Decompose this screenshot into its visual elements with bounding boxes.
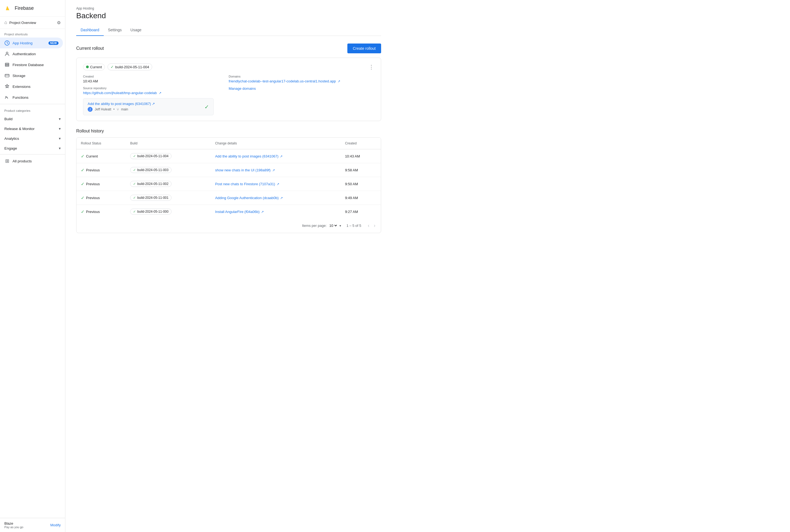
sidebar-item-engage-label: Engage [4,146,56,150]
source-repo-label: Source repository [83,87,229,90]
sidebar-item-functions-label: Functions [13,95,61,99]
row-build-label-0: build-2024-05-11-004 [137,154,168,158]
row-status-check-icon-4: ✓ [81,209,85,214]
sidebar-item-release-monitor[interactable]: Release & Monitor ▾ [0,124,65,134]
row-change-link-1[interactable]: show new chats in the UI (198a89f) ↗ [215,168,275,172]
row-created-0: 10:43 AM [341,149,381,163]
row-status-label-1: Previous [86,168,100,172]
dot-separator: • [113,108,114,111]
row-build-badge-2: ✓ build-2024-05-11-002 [130,181,171,187]
project-overview-row[interactable]: ⌂ Project Overview ⚙ [0,17,65,29]
tab-settings[interactable]: Settings [104,24,126,36]
green-dot-icon [86,65,89,68]
row-status-label-0: Current [86,154,98,158]
functions-icon [4,95,10,100]
sidebar-item-extensions[interactable]: Extensions [0,81,65,92]
pagination-prev-button[interactable]: ‹ [367,222,370,230]
row-status-4: ✓ Previous [76,205,126,219]
commit-meta: J Jeff Huleatt • ⑂ main [88,107,155,112]
source-repo-link[interactable]: https://github.com/jhuleatt/tmp-angular-… [83,91,157,95]
row-change-4: Install AngularFire (f04a06b) ↗ [211,205,341,219]
sidebar-item-app-hosting[interactable]: App Hosting NEW [0,38,63,49]
manage-domains-link[interactable]: Manage domains [229,87,374,91]
build-check-icon: ✓ [111,65,114,69]
sidebar-item-build-label: Build [4,117,56,121]
row-build-1: ✓ build-2024-05-11-003 [126,163,211,177]
tabs-bar: Dashboard Settings Usage [76,24,381,36]
sidebar-header: Firebase [0,0,65,17]
row-created-2: 9:50 AM [341,177,381,191]
created-value: 10:43 AM [83,79,229,83]
card-header: Current ✓ build-2024-05-11-004 ⋮ [83,63,374,71]
sidebar-item-firestore[interactable]: Firestore Database [0,59,65,70]
card-left: Created 10:43 AM Source repository https… [83,75,229,115]
sidebar-item-all-products[interactable]: ⊞ All products [0,156,65,167]
row-build-3: ✓ build-2024-05-11-001 [126,191,211,205]
table-row: ✓ Previous ✓ build-2024-05-11-000 Instal… [76,205,381,219]
row-change-link-2[interactable]: Post new chats to Firestore (7107a31) ↗ [215,182,279,186]
project-shortcuts-label: Project shortcuts [0,29,65,38]
modify-button[interactable]: Modify [50,523,61,527]
tab-usage[interactable]: Usage [126,24,146,36]
change-external-icon-3: ↗ [280,196,283,200]
sidebar-item-build[interactable]: Build ▾ [0,114,65,124]
row-status-label-3: Previous [86,196,100,200]
commit-branch: main [121,108,128,111]
row-change-link-0[interactable]: Add the ability to post images (6341067)… [215,154,282,158]
commit-avatar: J [88,107,93,112]
domains-link[interactable]: friendlychat-codelab--test-angular17-cod… [229,79,336,83]
engage-chevron-icon: ▾ [59,146,61,150]
home-icon: ⌂ [4,20,7,25]
row-build-check-icon-0: ✓ [133,154,136,158]
app-hosting-badge: NEW [49,41,58,45]
authentication-icon [4,51,10,57]
breadcrumb: App Hosting [76,6,381,10]
pagination: Items per page: 10 25 50 ▾ 1 – 5 of 5 ‹ … [76,218,381,233]
sidebar-item-all-products-label: All products [13,159,61,163]
tab-dashboard[interactable]: Dashboard [76,24,104,36]
svg-point-1 [6,52,8,54]
items-per-page-select[interactable]: 10 25 50 [328,223,338,228]
row-status-label-4: Previous [86,210,100,214]
row-status-check-icon-1: ✓ [81,168,85,173]
row-build-label-2: build-2024-05-11-002 [137,182,168,186]
row-status-check-icon-2: ✓ [81,182,85,187]
commit-link[interactable]: Add the ability to post images (6341067)… [88,102,155,106]
sidebar-item-storage[interactable]: Storage [0,70,65,81]
storage-icon [4,73,10,78]
row-created-3: 9:49 AM [341,191,381,205]
svg-rect-3 [5,64,9,65]
row-status-label-2: Previous [86,182,100,186]
sidebar-item-authentication[interactable]: Authentication [0,49,65,59]
table-row: ✓ Previous ✓ build-2024-05-11-003 show n… [76,163,381,177]
sidebar-item-functions[interactable]: Functions [0,92,65,103]
chevron-down-icon: ▾ [339,224,341,228]
svg-rect-2 [5,63,9,64]
more-options-icon[interactable]: ⋮ [369,64,374,70]
change-external-icon-4: ↗ [261,210,264,214]
gear-icon[interactable]: ⚙ [57,20,61,25]
sidebar-item-engage[interactable]: Engage ▾ [0,143,65,153]
row-change-link-3[interactable]: Adding Google Authentication (dcaab0b) ↗ [215,196,283,200]
project-overview-left: ⌂ Project Overview [4,20,36,25]
row-created-1: 9:58 AM [341,163,381,177]
items-per-page-label: Items per page: [302,224,326,228]
row-change-link-4[interactable]: Install AngularFire (f04a06b) ↗ [215,210,264,214]
row-change-0: Add the ability to post images (6341067)… [211,149,341,163]
analytics-chevron-icon: ▾ [59,136,61,140]
rollout-history-title: Rollout history [76,129,381,134]
firestore-icon [4,62,10,68]
pagination-arrows: ‹ › [367,222,376,230]
create-rollout-button[interactable]: Create rollout [347,43,381,53]
sidebar-item-firestore-label: Firestore Database [13,63,61,67]
col-change-details: Change details [211,138,341,149]
row-build-label-4: build-2024-05-11-000 [137,210,168,213]
row-created-4: 9:27 AM [341,205,381,219]
pagination-next-button[interactable]: › [373,222,376,230]
sidebar-item-analytics-label: Analytics [4,136,56,140]
row-build-badge-0: ✓ build-2024-05-11-004 [130,153,171,159]
sidebar-item-analytics[interactable]: Analytics ▾ [0,134,65,143]
change-external-icon-2: ↗ [277,182,279,186]
blaze-plan: Blaze [4,521,23,526]
table-row: ✓ Previous ✓ build-2024-05-11-001 Adding… [76,191,381,205]
